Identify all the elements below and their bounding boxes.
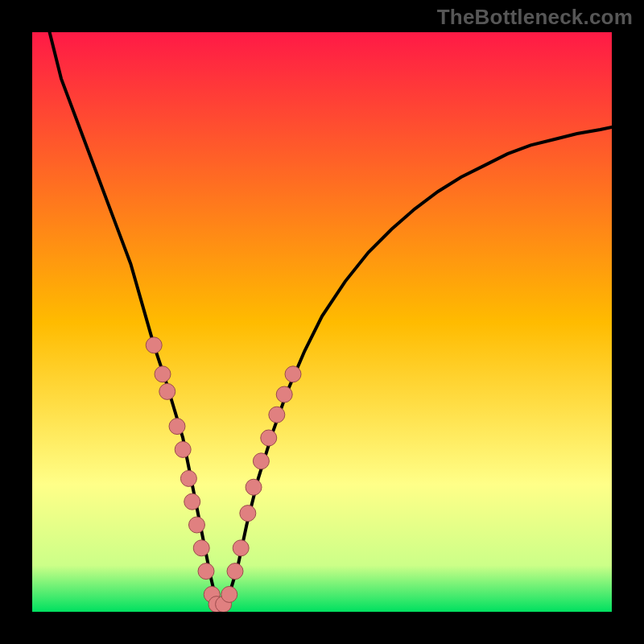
data-marker [233, 540, 249, 556]
chart-frame: TheBottleneck.com [0, 0, 644, 644]
data-marker [180, 470, 196, 486]
data-marker [269, 407, 285, 423]
data-marker [276, 386, 292, 402]
data-marker [246, 479, 262, 495]
data-marker [184, 493, 200, 510]
data-marker [146, 337, 162, 353]
data-marker [253, 453, 269, 469]
bottleneck-chart [32, 32, 612, 612]
data-marker [227, 564, 243, 580]
data-marker [159, 383, 175, 399]
data-marker [193, 540, 209, 556]
data-marker [188, 517, 204, 533]
data-marker [175, 441, 191, 457]
data-marker [221, 586, 237, 602]
data-marker [261, 430, 277, 446]
data-marker [169, 419, 185, 435]
data-marker [240, 506, 256, 522]
data-marker [155, 366, 171, 382]
gradient-background [32, 32, 612, 612]
data-marker [285, 366, 301, 382]
watermark-text: TheBottleneck.com [437, 5, 633, 30]
data-marker [198, 564, 214, 580]
